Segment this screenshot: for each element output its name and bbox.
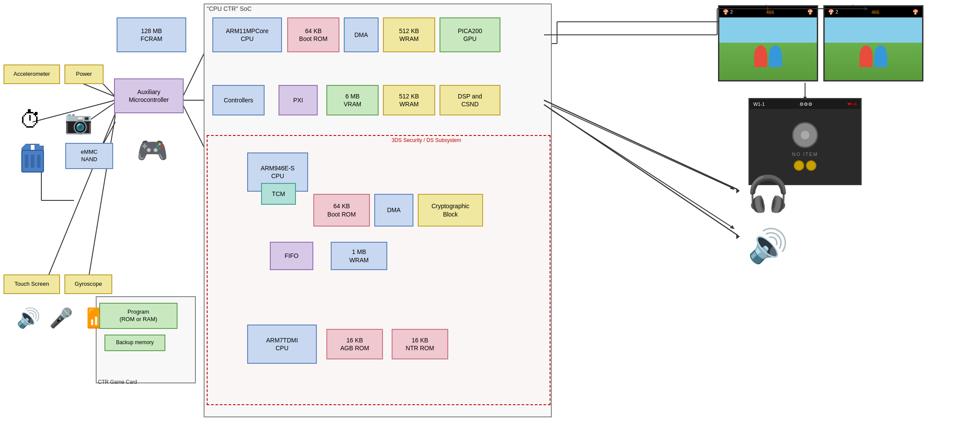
svg-rect-67 [31,155,34,168]
camera-icon: 📷 [61,105,96,139]
gamepad-icon: 🎮 [122,133,183,168]
backup-mem-label: Backup memory [116,339,154,346]
headphones-icon: 🎧 [740,170,796,218]
svg-marker-57 [730,186,735,190]
crypto-label: Cryptographic Block [431,202,469,218]
arm7-box: ARM7TDMI CPU [247,325,317,364]
pica200-label: PICA200 GPU [458,27,482,43]
touch-screen-label: Touch Screen [14,281,49,288]
mic-icon: 🎤 [48,303,74,333]
vram-6-box: 6 MB VRAM [326,85,379,115]
game-screen-2: 🍄 2466🍄 [823,5,923,81]
agb-rom-box: 16 KB AGB ROM [326,329,383,359]
arm946-label: ARM946E-S CPU [261,164,295,180]
dma-top-box: DMA [344,17,379,52]
pxi-box: PXI [279,85,318,115]
controllers-box: Controllers [212,85,265,115]
emmc-box: eMMCNAND [65,143,113,169]
wram-512-mid-box: 512 KB WRAM [383,85,435,115]
gyroscope-box: Gyroscope [64,274,112,294]
controllers-label: Controllers [224,96,253,104]
svg-line-56 [540,100,731,187]
svg-line-7 [44,113,115,288]
card-label: CTR Game Card [98,379,137,385]
boot-rom-sec-box: 64 KB Boot ROM [313,194,370,227]
aux-micro-box: Auxiliary Microcontroller [114,78,184,113]
accelerometer-label: Accelerometer [13,71,50,78]
sd-card-icon [15,142,50,176]
boot-rom-sec-label: 64 KB Boot ROM [327,202,356,218]
program-rom-label: Program (ROM or RAM) [120,308,158,323]
dma-sec-label: DMA [387,206,400,214]
power-label: Power [76,71,92,78]
fifo-box: FIFO [270,242,313,270]
svg-rect-66 [25,155,28,168]
tcm-box: TCM [261,183,296,205]
dsp-csnd-box: DSP and CSND [440,85,500,115]
arm7-label: ARM7TDMI CPU [266,336,298,352]
boot-rom-top-label: 64 KB Boot ROM [299,27,327,43]
arm11-box: ARM11MPCore CPU [212,17,282,52]
dsp-csnd-label: DSP and CSND [458,92,482,108]
arm11-label: ARM11MPCore CPU [226,27,268,43]
svg-rect-68 [37,155,40,168]
wram-512-mid-label: 512 KB WRAM [399,92,419,108]
clock-icon: ⏱ [13,102,48,137]
svg-line-8 [87,115,115,288]
soc-label: "CPU CTR" SoC [207,5,252,12]
dma-top-label: DMA [354,31,368,39]
power-box: Power [64,64,104,84]
security-label: 3DS Security / DS Subsystem [392,137,461,143]
diagram-container: "CPU CTR" SoC 3DS Security / DS Subsyste… [0,0,980,423]
svg-line-71 [544,105,738,235]
pxi-label: PXI [293,96,303,104]
wram-1mb-box: 1 MB WRAM [331,242,387,270]
svg-marker-59 [730,225,735,229]
agb-rom-label: 16 KB AGB ROM [340,336,369,352]
vram-6-label: 6 MB VRAM [344,92,361,108]
crypto-box: Cryptographic Block [418,194,483,227]
svg-marker-72 [736,234,740,239]
tcm-label: TCM [272,190,285,198]
pica200-box: PICA200 GPU [440,17,500,52]
ntr-rom-box: 16 KB NTR ROM [392,329,448,359]
fcram-box: 128 MB FCRAM [117,17,186,52]
aux-micro-label: Auxiliary Microcontroller [129,88,169,104]
svg-line-69 [544,100,738,190]
wram-512-top-label: 512 KB WRAM [399,27,419,43]
svg-marker-70 [736,188,740,193]
wram-512-top-box: 512 KB WRAM [383,17,435,52]
fifo-label: FIFO [285,252,299,260]
emmc-label: eMMCNAND [81,149,97,163]
fcram-label: 128 MB FCRAM [141,27,162,43]
accelerometer-box: Accelerometer [3,64,60,84]
dma-sec-box: DMA [374,194,413,227]
speaker-icon: 🔊 [740,222,796,270]
backup-mem-box: Backup memory [104,335,165,351]
gyroscope-label: Gyroscope [75,281,102,288]
wram-1mb-label: 1 MB WRAM [349,248,369,264]
svg-marker-65 [22,144,44,150]
microphone-icon: 🔊 [13,303,44,333]
ntr-rom-label: 16 KB NTR ROM [406,336,434,352]
touch-screen-box: Touch Screen [3,274,60,294]
svg-line-58 [540,102,731,227]
program-rom-box: Program (ROM or RAM) [99,303,178,329]
game-screen-1: 🍄 2466🍄 [718,5,818,81]
boot-rom-top-box: 64 KB Boot ROM [287,17,339,52]
